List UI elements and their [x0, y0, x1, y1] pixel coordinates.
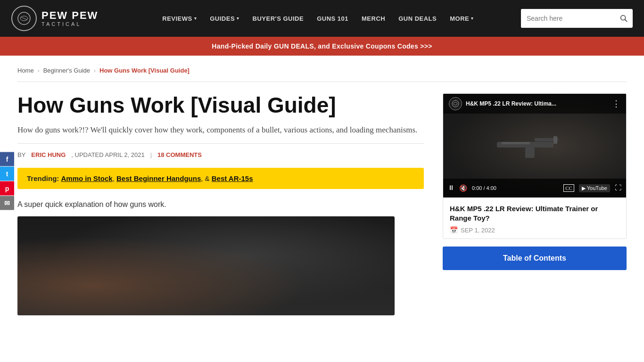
- promo-banner[interactable]: Hand-Picked Daily GUN DEALS, and Exclusi…: [0, 37, 644, 56]
- search-box: [521, 9, 633, 28]
- nav-reviews[interactable]: REVIEWS ▾: [156, 0, 203, 37]
- toc-button[interactable]: Table of Contents: [443, 247, 627, 270]
- article-image: [17, 216, 395, 315]
- sidebar: H&K MP5 .22 LR Review: Ultima... ⋮ ⏸ 🔇 0…: [443, 93, 627, 270]
- comments-count: 18 COMMENTS: [157, 151, 202, 158]
- video-container: H&K MP5 .22 LR Review: Ultima... ⋮ ⏸ 🔇 0…: [443, 94, 626, 197]
- article-meta: BY ERIC HUNG , UPDATED APRIL 2, 2021 | 1…: [17, 151, 424, 158]
- email-icon: ✉: [4, 199, 10, 207]
- email-share-button[interactable]: ✉: [0, 196, 14, 210]
- logo-text: PEW PEW TACTICAL: [41, 10, 98, 27]
- nav-links: REVIEWS ▾ GUIDES ▾ BUYER'S GUIDE GUNS 10…: [115, 0, 521, 37]
- article-title: How Guns Work [Visual Guide]: [17, 93, 424, 117]
- video-title-overlay: H&K MP5 .22 LR Review: Ultima...: [466, 100, 608, 107]
- pause-button[interactable]: ⏸: [448, 184, 454, 192]
- search-icon: [619, 14, 628, 23]
- pinterest-icon: p: [5, 185, 9, 192]
- video-date-text: SEP 1, 2022: [461, 227, 495, 234]
- search-button[interactable]: [615, 9, 633, 28]
- youtube-badge: ▶ YouTube: [579, 184, 610, 192]
- svg-line-4: [625, 19, 627, 22]
- trending-ammo[interactable]: Ammo in Stock: [61, 174, 113, 182]
- trending-handguns[interactable]: Best Beginner Handguns: [116, 174, 201, 182]
- main-container: Home › Beginner's Guide › How Guns Work …: [6, 56, 638, 315]
- svg-line-2: [21, 17, 27, 20]
- search-input[interactable]: [521, 9, 615, 28]
- by-label: BY: [17, 151, 25, 158]
- main-nav: PEW PEW TACTICAL REVIEWS ▾ GUIDES ▾ BUYE…: [0, 0, 644, 37]
- comments-link[interactable]: 18 COMMENTS: [157, 151, 202, 158]
- svg-rect-8: [525, 148, 535, 158]
- breadcrumb-beginner[interactable]: Beginner's Guide: [43, 67, 90, 74]
- chevron-down-icon: ▾: [194, 16, 197, 21]
- nav-guns-101[interactable]: GUNS 101: [310, 0, 355, 37]
- content-layout: How Guns Work [Visual Guide] How do guns…: [17, 93, 627, 315]
- twitter-share-button[interactable]: t: [0, 167, 14, 181]
- video-logo-small: [449, 97, 462, 110]
- video-overlay-top: H&K MP5 .22 LR Review: Ultima... ⋮: [443, 94, 626, 114]
- author-link[interactable]: ERIC HUNG: [31, 151, 66, 158]
- twitter-icon: t: [6, 170, 8, 178]
- logo-circle: [11, 6, 37, 31]
- video-menu-icon[interactable]: ⋮: [612, 99, 620, 109]
- site-logo[interactable]: PEW PEW TACTICAL: [11, 6, 115, 31]
- video-info: H&K MP5 .22 LR Review: Ultimate Trainer …: [443, 197, 626, 239]
- breadcrumb-home[interactable]: Home: [17, 67, 34, 74]
- cc-button[interactable]: CC: [563, 184, 574, 192]
- breadcrumb-current: How Guns Work [Visual Guide]: [99, 67, 190, 74]
- mute-button[interactable]: 🔇: [459, 184, 467, 192]
- calendar-icon: 📅: [450, 226, 458, 234]
- logo-icon: [17, 11, 31, 25]
- article-description: How do guns work?!? We'll quickly cover …: [17, 124, 424, 144]
- logo-tactical: TACTICAL: [41, 21, 98, 27]
- video-controls: ⏸ 🔇 0:00 / 4:00 CC ▶ YouTube ⛶: [443, 179, 626, 197]
- svg-point-11: [454, 102, 457, 105]
- trending-sep-1: ,: [113, 174, 116, 182]
- svg-rect-9: [502, 142, 530, 144]
- article-image-inner: [17, 216, 395, 315]
- trending-ar15[interactable]: Best AR-15s: [212, 174, 253, 182]
- video-info-title: H&K MP5 .22 LR Review: Ultimate Trainer …: [450, 204, 619, 222]
- svg-rect-7: [553, 136, 557, 144]
- logo-pew: PEW PEW: [41, 10, 98, 21]
- updated-label: , UPDATED APRIL 2, 2021: [71, 151, 144, 158]
- trending-label: Trending:: [27, 174, 59, 182]
- social-sidebar: f t p ✉: [0, 152, 14, 210]
- main-content: How Guns Work [Visual Guide] How do guns…: [17, 93, 424, 315]
- fullscreen-button[interactable]: ⛶: [615, 184, 621, 192]
- meta-sep: |: [150, 151, 152, 158]
- gun-silhouette: [492, 132, 577, 160]
- trending-box: Trending: Ammo in Stock, Best Beginner H…: [17, 168, 424, 189]
- facebook-share-button[interactable]: f: [0, 152, 14, 166]
- pinterest-share-button[interactable]: p: [0, 181, 14, 196]
- nav-gun-deals[interactable]: GUN DEALS: [392, 0, 443, 37]
- nav-buyers-guide[interactable]: BUYER'S GUIDE: [246, 0, 311, 37]
- video-date: 📅 SEP 1, 2022: [450, 226, 619, 234]
- chevron-down-icon: ▾: [471, 16, 474, 21]
- article-intro: A super quick explanation of how guns wo…: [17, 200, 424, 209]
- video-time: 0:00 / 4:00: [472, 185, 559, 191]
- trending-sep-2: , &: [201, 174, 212, 182]
- nav-more[interactable]: MORE ▾: [443, 0, 480, 37]
- breadcrumb-sep-1: ›: [38, 67, 40, 74]
- breadcrumb-sep-2: ›: [94, 67, 96, 74]
- facebook-icon: f: [6, 156, 8, 163]
- svg-point-10: [452, 100, 459, 107]
- video-logo-icon: [452, 100, 459, 107]
- nav-guides[interactable]: GUIDES ▾: [203, 0, 246, 37]
- promo-link[interactable]: Hand-Picked Daily GUN DEALS, and Exclusi…: [212, 42, 432, 50]
- video-widget: H&K MP5 .22 LR Review: Ultima... ⋮ ⏸ 🔇 0…: [443, 93, 627, 239]
- svg-point-3: [621, 16, 626, 20]
- chevron-down-icon: ▾: [237, 16, 239, 21]
- nav-merch[interactable]: MERCH: [355, 0, 392, 37]
- breadcrumb: Home › Beginner's Guide › How Guns Work …: [17, 56, 627, 82]
